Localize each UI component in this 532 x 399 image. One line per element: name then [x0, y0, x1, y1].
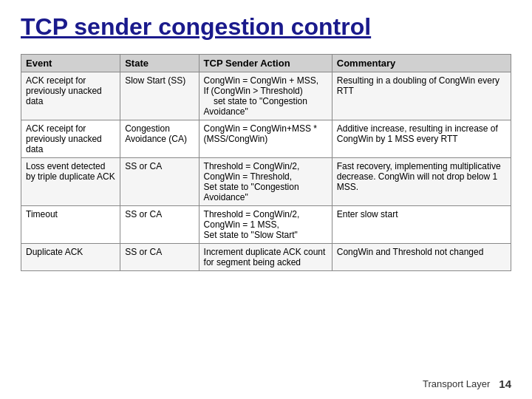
col-header-action: TCP Sender Action — [199, 55, 332, 72]
cell-event: ACK receipt for previously unacked data — [21, 72, 120, 120]
table-row: Duplicate ACKSS or CAIncrement duplicate… — [21, 244, 511, 271]
table-row: ACK receipt for previously unacked dataC… — [21, 120, 511, 158]
footer-label: Transport Layer — [423, 378, 490, 389]
cell-action: Increment duplicate ACK count for segmen… — [199, 244, 332, 271]
page: TCP sender congestion control Event Stat… — [0, 0, 532, 399]
cell-action: Threshold = CongWin/2, CongWin = 1 MSS, … — [199, 206, 332, 244]
cell-commentary: Enter slow start — [332, 206, 511, 244]
page-title: TCP sender congestion control — [21, 13, 511, 41]
cell-commentary: CongWin and Threshold not changed — [332, 244, 511, 271]
cell-action: CongWin = CongWin+MSS * (MSS/CongWin) — [199, 120, 332, 158]
cell-state: Slow Start (SS) — [120, 72, 199, 120]
cell-state: Congestion Avoidance (CA) — [120, 120, 199, 158]
cell-action: Threshold = CongWin/2, CongWin = Thresho… — [199, 158, 332, 206]
cell-commentary: Resulting in a doubling of CongWin every… — [332, 72, 511, 120]
col-header-state: State — [120, 55, 199, 72]
cell-event: Timeout — [21, 206, 120, 244]
congestion-table: Event State TCP Sender Action Commentary… — [21, 54, 511, 271]
cell-action: CongWin = CongWin + MSS, If (CongWin > T… — [199, 72, 332, 120]
cell-event: Duplicate ACK — [21, 244, 120, 271]
cell-commentary: Additive increase, resulting in increase… — [332, 120, 511, 158]
cell-event: ACK receipt for previously unacked data — [21, 120, 120, 158]
col-header-commentary: Commentary — [332, 55, 511, 72]
table-row: TimeoutSS or CAThreshold = CongWin/2, Co… — [21, 206, 511, 244]
table-row: ACK receipt for previously unacked dataS… — [21, 72, 511, 120]
cell-event: Loss event detected by triple duplicate … — [21, 158, 120, 206]
footer: Transport Layer 14 — [21, 372, 511, 390]
footer-page: 14 — [499, 378, 511, 390]
cell-state: SS or CA — [120, 158, 199, 206]
cell-state: SS or CA — [120, 244, 199, 271]
cell-state: SS or CA — [120, 206, 199, 244]
table-row: Loss event detected by triple duplicate … — [21, 158, 511, 206]
col-header-event: Event — [21, 55, 120, 72]
cell-commentary: Fast recovery, implementing multiplicati… — [332, 158, 511, 206]
